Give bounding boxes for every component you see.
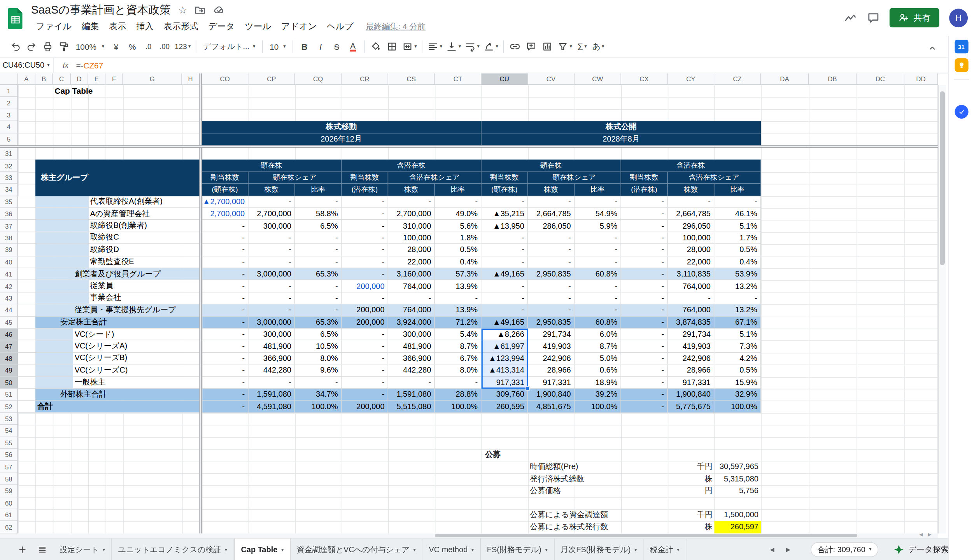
cell-CX43[interactable]: - (621, 292, 668, 304)
row-header-61[interactable]: 61 (0, 509, 18, 521)
cell-CU35[interactable]: - (482, 196, 528, 208)
frozen-col-divider[interactable] (200, 73, 202, 533)
spreadsheet-grid[interactable]: Cap Table株式移動2026年12月株式公開2028年8月株主グループ顕在… (0, 73, 938, 533)
cell-CW38[interactable]: - (575, 232, 621, 244)
undo-button[interactable] (7, 38, 24, 55)
cell-CV40[interactable]: - (528, 256, 575, 268)
cell-CQ37[interactable]: 6.5% (295, 220, 342, 232)
cell-CQ50[interactable]: - (295, 377, 342, 389)
cell-CS42[interactable]: 764,000 (388, 280, 435, 292)
cell-CT46[interactable]: 5.4% (435, 329, 482, 341)
cell-CT36[interactable]: 49.0% (435, 208, 482, 220)
cell-CV44[interactable]: - (528, 304, 575, 317)
next-sheet-button[interactable]: ▶ (781, 539, 795, 560)
sheets-logo[interactable] (7, 8, 24, 29)
cell-CT45[interactable]: 71.2% (435, 317, 482, 329)
cell-CZ50[interactable]: 15.9% (714, 377, 761, 389)
cell-CU43[interactable]: - (482, 292, 528, 304)
cell-CO35[interactable]: ▲2,700,000 (202, 196, 249, 208)
cell-CW49[interactable]: 0.6% (575, 365, 621, 377)
cell-CR40[interactable]: - (342, 256, 388, 268)
cell-CS38[interactable]: 100,000 (388, 232, 435, 244)
menu-insert[interactable]: 挿入 (131, 21, 158, 32)
col-header-CS[interactable]: CS (388, 73, 435, 85)
row-header-40[interactable]: 40 (0, 256, 18, 268)
cell-CR38[interactable]: - (342, 232, 388, 244)
merge-cells-button[interactable]: ▾ (400, 38, 419, 55)
cell-CV39[interactable]: - (528, 244, 575, 256)
cell-CS50[interactable]: - (388, 377, 435, 389)
col-header-CV[interactable]: CV (528, 73, 575, 85)
cell-CO43[interactable]: - (202, 292, 249, 304)
filter-button[interactable]: ▾ (555, 38, 574, 55)
horizontal-align-button[interactable]: ▾ (426, 38, 444, 55)
cell-CU38[interactable]: - (482, 232, 528, 244)
hscroll-left-icon[interactable]: ◀ (919, 532, 923, 537)
add-sheet-button[interactable] (14, 539, 31, 560)
menu-addons[interactable]: アドオン (276, 21, 322, 32)
cell-CT42[interactable]: 13.9% (435, 280, 482, 292)
row-header-32[interactable]: 32 (0, 160, 18, 172)
row-header-58[interactable]: 58 (0, 473, 18, 485)
sheet-tab-7[interactable]: 月次FS(財務モデル)▾ (554, 539, 643, 560)
cell-CP42[interactable]: - (249, 280, 295, 292)
cell-CU45[interactable]: ▲49,165 (482, 317, 528, 329)
cell-CW52[interactable]: 100.0% (575, 401, 621, 413)
cell-CU40[interactable]: - (482, 256, 528, 268)
cell-CW39[interactable]: - (575, 244, 621, 256)
cell-CO47[interactable]: - (202, 341, 249, 353)
cell-CX42[interactable]: - (621, 280, 668, 292)
cell-CV42[interactable]: - (528, 280, 575, 292)
cell-CO48[interactable]: - (202, 353, 249, 365)
cell-CT37[interactable]: 5.6% (435, 220, 482, 232)
row-header-50[interactable]: 50 (0, 377, 18, 389)
cell-CQ36[interactable]: 58.8% (295, 208, 342, 220)
row-label-43[interactable]: 事業会社 (18, 292, 202, 304)
input-tools-button[interactable]: あ ▾ (590, 38, 606, 55)
cell-CR45[interactable]: 200,000 (342, 317, 388, 329)
row-header-4[interactable]: 4 (0, 121, 18, 133)
cell-CS52[interactable]: 5,515,080 (388, 401, 435, 413)
row-header-45[interactable]: 45 (0, 317, 18, 329)
tab-menu-caret[interactable]: ▾ (413, 547, 415, 552)
cell-CP48[interactable]: 366,900 (249, 353, 295, 365)
strikethrough-button[interactable]: S (329, 38, 345, 55)
cell-CO42[interactable]: - (202, 280, 249, 292)
row-header-62[interactable]: 62 (0, 521, 18, 533)
cell-CZ39[interactable]: 0.5% (714, 244, 761, 256)
paint-format-button[interactable] (56, 38, 72, 55)
horizontal-scrollbar-thumb[interactable] (435, 534, 857, 537)
cell-CU37[interactable]: ▲13,950 (482, 220, 528, 232)
sheet-tab-8[interactable]: 税金計▾ (644, 539, 686, 560)
cell-CT44[interactable]: 13.9% (435, 304, 482, 317)
row-header-54[interactable]: 54 (0, 425, 18, 437)
cell-CP46[interactable]: 300,000 (249, 329, 295, 341)
tab-menu-caret[interactable]: ▾ (677, 547, 679, 552)
cell-CY47[interactable]: 419,903 (668, 341, 715, 353)
row-header-43[interactable]: 43 (0, 292, 18, 304)
cell-CY43[interactable]: - (668, 292, 715, 304)
cell-CQ45[interactable]: 65.3% (295, 317, 342, 329)
cell-CZ51[interactable]: 32.9% (714, 389, 761, 401)
cell-CX52[interactable]: - (621, 401, 668, 413)
share-button[interactable]: 共有 (890, 8, 939, 28)
cell-CZ49[interactable]: 0.5% (714, 365, 761, 377)
cell-CS49[interactable]: 442,280 (388, 365, 435, 377)
col-header-B[interactable]: B (35, 73, 53, 85)
row-header-39[interactable]: 39 (0, 244, 18, 256)
hscroll-right-icon[interactable]: ▶ (928, 532, 932, 537)
cell-CQ52[interactable]: 100.0% (295, 401, 342, 413)
cell-CV45[interactable]: 2,950,835 (528, 317, 575, 329)
all-sheets-button[interactable] (33, 539, 51, 560)
menu-edit[interactable]: 編集 (77, 21, 104, 32)
cell-CW40[interactable]: - (575, 256, 621, 268)
cell-CW47[interactable]: 8.7% (575, 341, 621, 353)
row-label-50[interactable]: 一般株主 (18, 377, 202, 389)
cell-CU46[interactable]: ▲8,266 (482, 329, 528, 341)
frozen-row-divider[interactable] (0, 145, 938, 148)
cell-CZ47[interactable]: 7.3% (714, 341, 761, 353)
vertical-align-button[interactable]: ▾ (444, 38, 463, 55)
cell-CP39[interactable]: - (249, 244, 295, 256)
cell-CQ46[interactable]: 6.5% (295, 329, 342, 341)
row-label-51[interactable]: 外部株主合計 (18, 389, 202, 401)
